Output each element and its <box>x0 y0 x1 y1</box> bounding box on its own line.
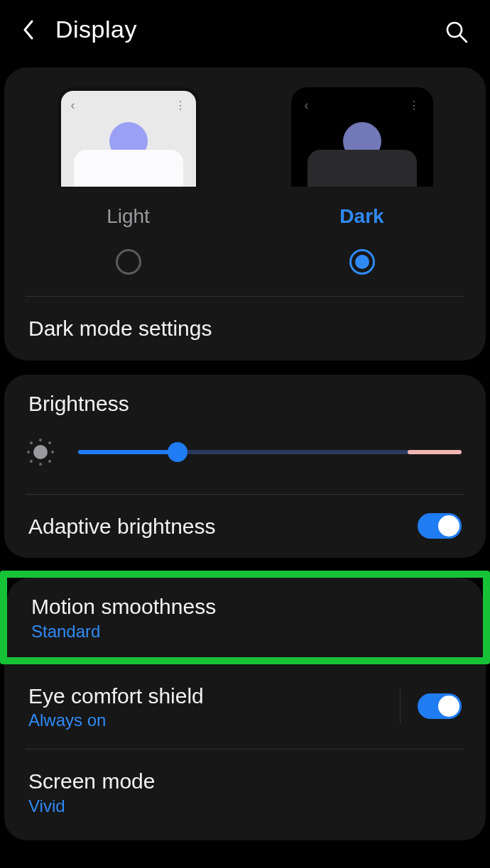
adaptive-brightness-title: Adaptive brightness <box>28 513 418 540</box>
screen-mode-row[interactable]: Screen mode Vivid <box>4 749 486 840</box>
light-preview: ‹⋮ <box>58 87 200 187</box>
radio-light[interactable] <box>116 249 141 275</box>
motion-smoothness-row[interactable]: Motion smoothness Standard <box>7 578 483 657</box>
motion-smoothness-title: Motion smoothness <box>31 593 459 620</box>
brightness-block: Brightness <box>4 375 486 494</box>
divider-vertical <box>400 688 401 724</box>
display-settings-card: Eye comfort shield Always on Screen mode… <box>4 664 486 840</box>
brightness-title: Brightness <box>28 392 462 416</box>
header: Display <box>0 0 490 63</box>
dark-mode-settings-row[interactable]: Dark mode settings <box>4 297 486 361</box>
theme-radios <box>4 235 486 296</box>
motion-smoothness-value: Standard <box>31 622 459 642</box>
svg-point-0 <box>447 23 462 37</box>
brightness-sun-icon <box>28 440 53 464</box>
page-title: Display <box>55 16 137 43</box>
motion-card: Motion smoothness Standard <box>7 578 483 657</box>
brightness-slider[interactable] <box>78 441 462 463</box>
search-icon[interactable] <box>445 20 469 44</box>
eye-comfort-toggle[interactable] <box>418 693 462 719</box>
adaptive-brightness-toggle[interactable] <box>418 513 462 539</box>
theme-label-dark: Dark <box>339 205 383 228</box>
svg-line-1 <box>460 35 467 42</box>
brightness-card: Brightness Adaptive brightness <box>4 375 486 559</box>
adaptive-brightness-row[interactable]: Adaptive brightness <box>4 495 486 559</box>
motion-smoothness-highlight: Motion smoothness Standard <box>0 571 490 664</box>
dark-mode-settings-label: Dark mode settings <box>28 315 462 342</box>
dark-preview: ‹⋮ <box>291 87 433 187</box>
screen-mode-value: Vivid <box>28 796 462 816</box>
back-icon[interactable] <box>21 18 36 42</box>
theme-options: ‹⋮ Light ‹⋮ Dark <box>4 67 486 235</box>
theme-label-light: Light <box>107 205 150 228</box>
radio-dark[interactable] <box>349 249 375 275</box>
eye-comfort-value: Always on <box>28 710 383 730</box>
screen-mode-title: Screen mode <box>28 768 462 795</box>
theme-card: ‹⋮ Light ‹⋮ Dark Dark mode settings <box>4 67 486 361</box>
theme-option-dark[interactable]: ‹⋮ Dark <box>245 87 479 228</box>
theme-option-light[interactable]: ‹⋮ Light <box>11 87 245 228</box>
eye-comfort-title: Eye comfort shield <box>28 683 383 710</box>
eye-comfort-row[interactable]: Eye comfort shield Always on <box>4 664 486 749</box>
